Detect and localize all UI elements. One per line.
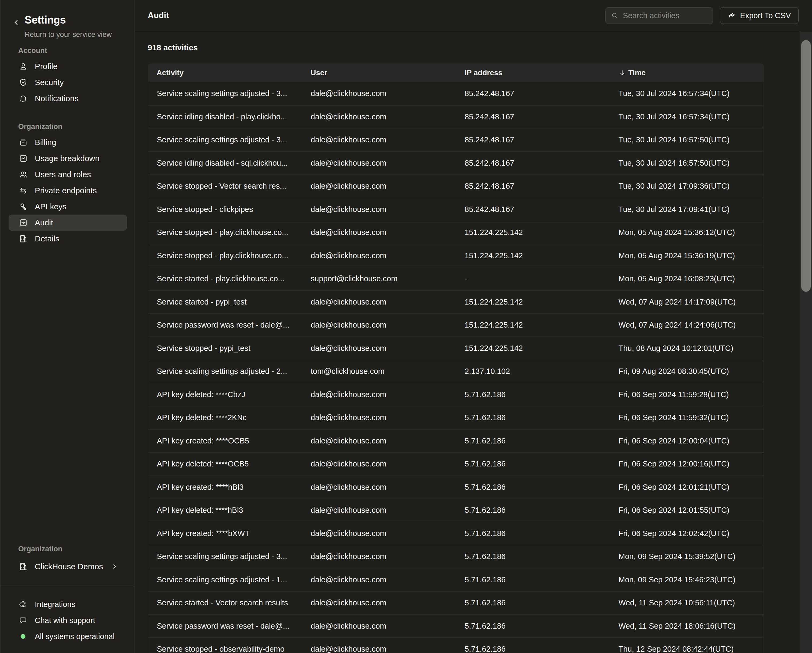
cell-ip: 5.71.62.186 — [456, 413, 610, 422]
sidebar-item-label: Chat with support — [35, 616, 95, 625]
sidebar-item[interactable]: Private endpoints — [9, 183, 127, 198]
cell-user: dale@clickhouse.com — [302, 529, 456, 538]
sidebar-item[interactable]: Details — [9, 231, 127, 247]
table-row[interactable]: API key deleted: ****OCB5 dale@clickhous… — [148, 453, 763, 476]
cell-activity: Service idling disabled - sql.clickhou..… — [148, 159, 302, 168]
sidebar-item[interactable]: Security — [9, 75, 127, 90]
table-row[interactable]: Service scaling settings adjusted - 2...… — [148, 360, 763, 383]
cell-activity: API key deleted: ****CbzJ — [148, 390, 302, 399]
sidebar-item-label: Users and roles — [35, 170, 91, 179]
export-csv-button[interactable]: Export To CSV — [720, 7, 798, 24]
sidebar-item[interactable]: Usage breakdown — [9, 150, 127, 166]
back-button[interactable] — [12, 18, 21, 27]
search-input[interactable] — [623, 11, 707, 20]
sidebar-item[interactable]: Notifications — [9, 90, 127, 107]
cell-user: dale@clickhouse.com — [302, 320, 456, 330]
table-row[interactable]: API key created: ****bXWT dale@clickhous… — [148, 522, 763, 545]
table-row[interactable]: API key created: ****OCB5 dale@clickhous… — [148, 430, 763, 453]
sidebar-item-label: Integrations — [35, 600, 75, 609]
table-row[interactable]: Service stopped - Vector search res... d… — [148, 175, 763, 198]
system-status[interactable]: All systems operational — [9, 629, 127, 644]
chevron-right-icon — [111, 563, 118, 570]
table-row[interactable]: Service scaling settings adjusted - 3...… — [148, 128, 763, 152]
sidebar-item[interactable]: Profile — [9, 58, 127, 75]
table-row[interactable]: Service stopped - play.clickhouse.co... … — [148, 221, 763, 244]
table-row[interactable]: Service scaling settings adjusted - 3...… — [148, 82, 763, 105]
cell-activity: Service scaling settings adjusted - 1... — [148, 575, 302, 584]
sidebar-item-chat-support[interactable]: Chat with support — [9, 612, 127, 629]
table-row[interactable]: Service stopped - observability-demo dal… — [148, 638, 763, 653]
org-switcher[interactable]: ClickHouse Demos — [9, 558, 127, 575]
sidebar-item-integrations[interactable]: Integrations — [9, 596, 127, 612]
cell-time: Fri, 06 Sep 2024 12:00:04(UTC) — [610, 436, 763, 446]
cell-activity: Service scaling settings adjusted - 3... — [148, 552, 302, 561]
status-dot-icon — [21, 634, 26, 639]
cell-ip: 5.71.62.186 — [456, 483, 610, 491]
sidebar-item[interactable]: Billing — [9, 134, 127, 150]
table-row[interactable]: Service stopped - pypi_test dale@clickho… — [148, 337, 763, 360]
page-title: Audit — [148, 11, 169, 20]
table-row[interactable]: Service stopped - clickpipes dale@clickh… — [148, 198, 763, 221]
table-row[interactable]: Service started - play.clickhouse.co... … — [148, 267, 763, 291]
sort-desc-arrow-icon — [619, 69, 626, 76]
cell-ip: 5.71.62.186 — [456, 645, 610, 653]
status-label: All systems operational — [35, 632, 114, 641]
users-icon — [19, 170, 28, 179]
cell-user: dale@clickhouse.com — [302, 205, 456, 214]
cell-activity: Service stopped - observability-demo — [148, 645, 302, 653]
cell-user: dale@clickhouse.com — [302, 575, 456, 584]
cell-ip: 85.242.48.167 — [456, 159, 610, 168]
sidebar-item[interactable]: Audit — [9, 215, 127, 231]
building-icon — [19, 562, 28, 571]
cell-ip: 5.71.62.186 — [456, 390, 610, 399]
user-icon — [19, 62, 28, 71]
sidebar-title: Settings — [24, 14, 66, 26]
cell-user: dale@clickhouse.com — [302, 459, 456, 468]
column-header-ip[interactable]: IP address — [456, 69, 610, 77]
cell-ip: 2.137.10.102 — [456, 367, 610, 376]
sidebar-item[interactable]: Users and roles — [9, 166, 127, 183]
table-row[interactable]: Service started - Vector search results … — [148, 592, 763, 615]
column-header-activity[interactable]: Activity — [148, 69, 302, 77]
cell-ip: 85.242.48.167 — [456, 112, 610, 121]
scrollbar-track[interactable] — [800, 32, 812, 653]
cell-activity: Service started - Vector search results — [148, 598, 302, 607]
search-box[interactable] — [605, 7, 713, 24]
table-row[interactable]: Service password was reset - dale@... da… — [148, 615, 763, 638]
cell-user: dale@clickhouse.com — [302, 436, 456, 446]
table-row[interactable]: Service stopped - play.clickhouse.co... … — [148, 244, 763, 268]
cell-user: dale@clickhouse.com — [302, 89, 456, 98]
cell-user: dale@clickhouse.com — [302, 159, 456, 168]
cell-activity: Service scaling settings adjusted - 3... — [148, 89, 302, 98]
cell-activity: Service password was reset - dale@... — [148, 622, 302, 630]
column-header-user[interactable]: User — [302, 69, 456, 77]
cell-ip: 5.71.62.186 — [456, 436, 610, 446]
cell-time: Fri, 06 Sep 2024 12:02:42(UTC) — [610, 529, 763, 538]
table-row[interactable]: Service password was reset - dale@... da… — [148, 314, 763, 337]
key-icon — [19, 202, 28, 211]
scrollbar-thumb[interactable] — [801, 40, 810, 292]
table-row[interactable]: Service scaling settings adjusted - 1...… — [148, 568, 763, 592]
table-row[interactable]: API key deleted: ****CbzJ dale@clickhous… — [148, 383, 763, 406]
cell-time: Mon, 09 Sep 2024 15:46:23(UTC) — [610, 575, 763, 584]
table-row[interactable]: API key deleted: ****hBl3 dale@clickhous… — [148, 499, 763, 522]
table-row[interactable]: Service idling disabled - play.clickho..… — [148, 105, 763, 129]
cell-time: Fri, 06 Sep 2024 11:59:28(UTC) — [610, 390, 763, 399]
table-row[interactable]: Service scaling settings adjusted - 3...… — [148, 545, 763, 568]
nav-section-organization: Organization Billing Usage breakdown Use… — [9, 119, 127, 247]
cell-activity: API key created: ****OCB5 — [148, 436, 302, 446]
table-row[interactable]: Service started - pypi_test dale@clickho… — [148, 291, 763, 314]
table-row[interactable]: API key deleted: ****2KNc dale@clickhous… — [148, 406, 763, 430]
chart-icon — [19, 154, 28, 163]
table-row[interactable]: API key created: ****hBl3 dale@clickhous… — [148, 476, 763, 499]
column-header-time[interactable]: Time — [610, 69, 764, 77]
table-header-row: Activity User IP address Time — [148, 63, 764, 82]
sidebar-footer: Integrations Chat with support All syste… — [9, 596, 127, 644]
cell-user: tom@clickhouse.com — [302, 367, 456, 376]
table-row[interactable]: Service idling disabled - sql.clickhou..… — [148, 152, 763, 175]
shield-icon — [19, 78, 28, 87]
cell-user: dale@clickhouse.com — [302, 506, 456, 515]
sidebar-item[interactable]: API keys — [9, 198, 127, 215]
cell-ip: 151.224.225.142 — [456, 320, 610, 330]
search-icon — [611, 12, 618, 19]
